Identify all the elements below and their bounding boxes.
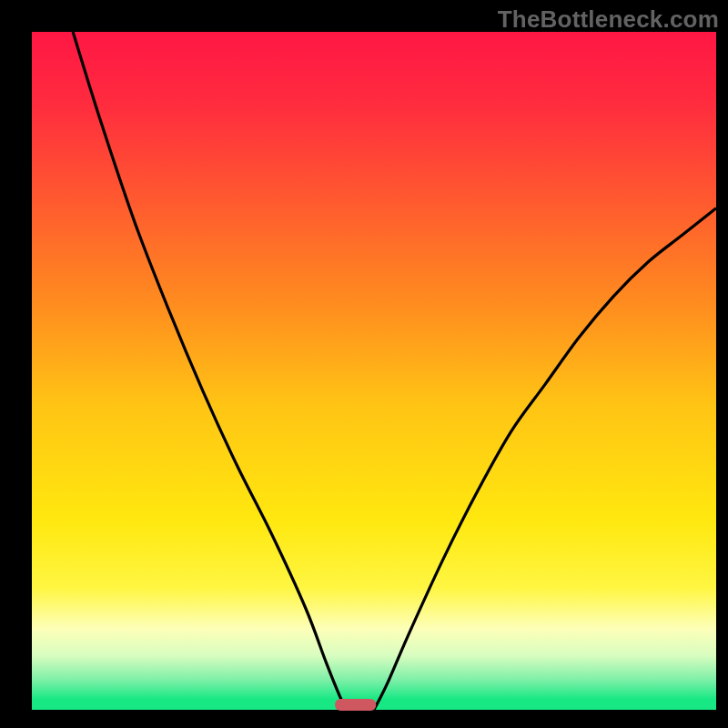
plot-background <box>32 32 716 710</box>
bottleneck-chart <box>0 0 728 728</box>
watermark-text: TheBottleneck.com <box>498 5 719 34</box>
optimal-marker <box>335 699 376 711</box>
chart-frame: TheBottleneck.com <box>0 0 728 728</box>
